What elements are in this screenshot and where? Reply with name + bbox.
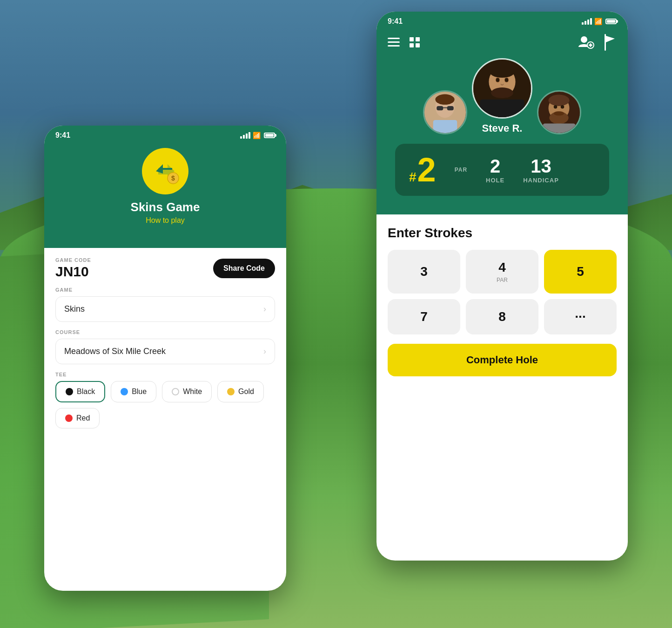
course-chevron-icon: ›	[263, 347, 266, 356]
svg-point-33	[554, 105, 557, 108]
svg-rect-12	[590, 43, 591, 47]
stroke-3-value: 3	[420, 264, 428, 279]
enter-strokes-section: Enter Strokes 3 4 PAR 5 7 8	[376, 214, 628, 387]
red-dot-icon	[65, 414, 73, 422]
tee-red-label: Red	[76, 414, 90, 422]
avatar-center-face	[473, 60, 531, 117]
svg-point-36	[554, 111, 564, 115]
avatar-center	[472, 58, 532, 119]
par-label: PAR	[455, 167, 467, 173]
white-dot-icon	[172, 388, 179, 395]
stroke-5-value: 5	[577, 264, 584, 279]
tee-option-gold[interactable]: Gold	[217, 381, 264, 402]
gold-dot-icon	[227, 388, 235, 395]
flag-icon[interactable]	[602, 34, 617, 53]
avatar-left	[423, 90, 467, 134]
svg-point-23	[489, 64, 515, 78]
svg-rect-3	[388, 41, 400, 43]
tee-black-label: Black	[77, 387, 95, 396]
game-info-section: GAME CODE JN10 Share Code GAME Skins › C…	[44, 248, 286, 438]
stroke-btn-3[interactable]: 3	[388, 250, 460, 294]
stroke-btn-more[interactable]: ···	[544, 299, 617, 334]
right-nav	[376, 29, 628, 58]
course-field-label: COURSE	[55, 329, 275, 335]
skins-icon: $	[149, 155, 181, 187]
game-code-block: GAME CODE JN10	[55, 257, 91, 280]
game-code-value: JN10	[55, 264, 91, 280]
right-status-icons: 📶	[582, 18, 617, 25]
nav-icons-left	[388, 37, 420, 51]
hole-display: 2 HOLE	[486, 156, 504, 184]
svg-rect-19	[443, 107, 448, 108]
game-field-value: Skins	[64, 304, 85, 314]
svg-rect-37	[543, 123, 575, 134]
avatar-right-face	[538, 92, 580, 133]
enter-strokes-title: Enter Strokes	[388, 226, 617, 241]
svg-point-9	[581, 36, 587, 43]
svg-rect-4	[388, 45, 400, 47]
game-logo-area: $ Skins Game How to play	[44, 143, 286, 234]
stroke-btn-7[interactable]: 7	[388, 299, 460, 334]
add-player-icon[interactable]	[578, 34, 594, 53]
game-code-label: GAME CODE	[55, 257, 91, 263]
svg-text:$: $	[171, 174, 175, 182]
game-chevron-icon: ›	[263, 304, 266, 314]
svg-rect-5	[410, 37, 414, 41]
tee-options: Black Blue White Gold Red	[55, 381, 275, 428]
svg-point-32	[549, 95, 570, 106]
player-left-container	[423, 90, 467, 134]
svg-rect-8	[416, 43, 420, 47]
game-logo: $	[142, 148, 188, 194]
game-field-label: GAME	[55, 287, 275, 293]
svg-point-26	[496, 78, 500, 82]
stroke-btn-4[interactable]: 4 PAR	[466, 250, 538, 294]
how-to-play[interactable]: How to play	[146, 216, 185, 225]
svg-rect-18	[447, 106, 454, 110]
svg-rect-17	[437, 106, 443, 110]
left-status-bar: 9:41 📶	[44, 126, 286, 143]
avatar-right	[537, 90, 581, 134]
svg-rect-7	[410, 43, 414, 47]
stroke-8-value: 8	[498, 309, 506, 324]
tee-option-white[interactable]: White	[162, 381, 212, 402]
players-row: Steve R.	[376, 58, 628, 139]
right-battery-icon	[605, 19, 617, 24]
tee-gold-label: Gold	[238, 387, 254, 396]
hole-info-bar: # 2 PAR 2 HOLE 13 HANDICAP	[395, 144, 609, 196]
svg-rect-20	[433, 120, 457, 134]
stroke-btn-5[interactable]: 5	[544, 250, 617, 294]
handicap-label: HANDICAP	[523, 177, 559, 184]
player-center-container: Steve R.	[472, 58, 532, 134]
course-field-value: Meadows of Six Mile Creek	[64, 347, 166, 356]
complete-hole-button[interactable]: Complete Hole	[388, 344, 617, 376]
right-wifi-icon: 📶	[594, 18, 602, 25]
nav-icons-right	[578, 34, 617, 53]
hole-value: 2	[490, 156, 500, 177]
hole-hash: #	[409, 170, 417, 185]
grid-icon[interactable]	[409, 37, 420, 51]
menu-icon[interactable]	[388, 38, 400, 50]
tee-option-black[interactable]: Black	[55, 381, 105, 402]
stroke-btn-8[interactable]: 8	[466, 299, 538, 334]
tee-blue-label: Blue	[132, 387, 147, 396]
left-time: 9:41	[55, 131, 70, 140]
hole-number-display: # 2	[409, 153, 436, 187]
game-code-row: GAME CODE JN10 Share Code	[55, 257, 275, 280]
hole-info-wrapper: # 2 PAR 2 HOLE 13 HANDICAP	[376, 139, 628, 205]
player-right-container	[537, 90, 581, 134]
svg-rect-2	[388, 38, 400, 39]
tee-option-red[interactable]: Red	[55, 408, 100, 428]
hole-number: 2	[417, 153, 436, 187]
right-signal-icon	[582, 18, 592, 25]
svg-rect-6	[416, 37, 420, 41]
stroke-more-value: ···	[575, 309, 585, 324]
course-field-row[interactable]: Meadows of Six Mile Creek ›	[55, 339, 275, 364]
share-code-button[interactable]: Share Code	[213, 259, 275, 278]
game-field-row[interactable]: Skins ›	[55, 296, 275, 322]
tee-option-blue[interactable]: Blue	[111, 381, 156, 402]
wifi-icon: 📶	[253, 132, 261, 139]
stroke-4-sub: PAR	[497, 277, 508, 283]
handicap-value: 13	[531, 156, 551, 177]
strokes-grid: 3 4 PAR 5 7 8 ···	[388, 250, 617, 334]
active-player-name: Steve R.	[482, 122, 523, 134]
